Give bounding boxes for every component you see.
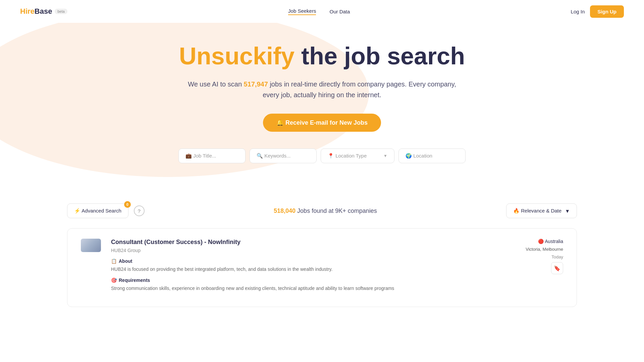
logo-hire: Hire [20,7,35,15]
hero-title-yellow: Unsuckify [179,43,294,69]
hero-subtitle-before: We use AI to scan [188,80,244,88]
jobs-found-text: 518,040 Jobs found at 9K+ companies [274,207,377,215]
job-requirements-title: 🎯 Requirements [111,278,493,283]
signup-button[interactable]: Sign Up [590,5,624,18]
job-about-text: HUB24 is focused on providing the best i… [111,266,493,273]
nav-right: Log In Sign Up [571,5,624,18]
job-title-placeholder: 💼 Job Title... [185,153,216,159]
hero-content: Unsuckify the job search We use AI to sc… [0,43,644,163]
company-logo [81,239,101,252]
job-location-country: 🔴 Australia [538,239,563,244]
email-subscribe-button[interactable]: 🔔 Receive E-mail for New Jobs [263,114,381,132]
hero-subtitle: We use AI to scan 517,947 jobs in real-t… [188,79,456,100]
job-main-content: Consultant (Customer Success) - NowInfin… [111,239,493,297]
bookmark-icon: 🔖 [554,265,560,272]
hero-jobs-count: 517,947 [244,80,268,88]
filter-left: ⚡ Advanced Search 0 ? [67,203,145,218]
sort-button[interactable]: 🔥 Relevance & Date ▼ [506,203,577,218]
hero-section: Unsuckify the job search We use AI to sc… [0,23,644,190]
location-flag-icon: 🔴 [538,239,544,244]
job-card: Consultant (Customer Success) - NowInfin… [67,228,577,307]
job-title[interactable]: Consultant (Customer Success) - NowInfin… [111,239,493,246]
logo-base: Base [35,7,52,15]
beta-badge: beta [55,9,67,14]
nav-our-data[interactable]: Our Data [329,9,350,14]
logo: HireBase beta [20,7,67,16]
keywords-input[interactable]: 🔍 Keywords... [250,148,317,163]
jobs-found-label: Jobs found at 9K+ companies [296,207,377,214]
search-bar: 💼 Job Title... 🔍 Keywords... 📍 Location … [0,148,644,163]
filter-bar: ⚡ Advanced Search 0 ? 518,040 Jobs found… [0,203,644,218]
sort-label: 🔥 Relevance & Date [513,208,561,214]
advanced-search-label: ⚡ Advanced Search [74,208,121,214]
location-type-label: 📍 Location Type [328,153,367,159]
keywords-placeholder: 🔍 Keywords... [257,153,291,159]
job-location-city: Victoria, Melbourne [526,247,563,252]
job-listings: Consultant (Customer Success) - NowInfin… [0,218,644,322]
help-icon[interactable]: ? [134,205,145,216]
hero-title: Unsuckify the job search [0,43,644,69]
sort-chevron-icon: ▼ [565,208,570,214]
job-requirements-text: Strong communication skills, experience … [111,285,493,292]
nav-center: Job Seekers Our Data [288,8,350,15]
job-about-title: 📋 About [111,258,493,264]
location-type-dropdown[interactable]: 📍 Location Type ▼ [321,148,394,163]
job-meta: 🔴 Australia Victoria, Melbourne Today 🔖 [503,239,563,297]
question-mark-icon: ? [138,208,141,214]
hero-title-dark: the job search [294,43,465,69]
chevron-down-icon: ▼ [383,154,387,158]
requirements-icon: 🎯 [111,278,117,283]
logo-text: HireBase [20,7,52,16]
advanced-search-count-badge: 0 [124,201,131,208]
about-icon: 📋 [111,258,117,264]
job-company: HUB24 Group [111,248,493,253]
jobs-found-number: 518,040 [274,207,296,214]
bookmark-button[interactable]: 🔖 [551,262,563,274]
login-button[interactable]: Log In [571,9,585,14]
hero-subtitle-after: jobs in real-time directly from company … [263,80,456,99]
advanced-search-button[interactable]: ⚡ Advanced Search 0 [67,203,128,218]
company-logo-image [81,239,101,252]
job-title-input[interactable]: 💼 Job Title... [178,148,246,163]
location-input[interactable]: 🌍 Location [398,148,466,163]
nav-job-seekers[interactable]: Job Seekers [288,8,316,15]
job-date: Today [551,254,563,259]
navbar: HireBase beta Job Seekers Our Data Log I… [0,0,644,23]
location-placeholder: 🌍 Location [406,153,432,159]
about-label: About [119,258,132,264]
requirements-label: Requirements [119,278,150,283]
